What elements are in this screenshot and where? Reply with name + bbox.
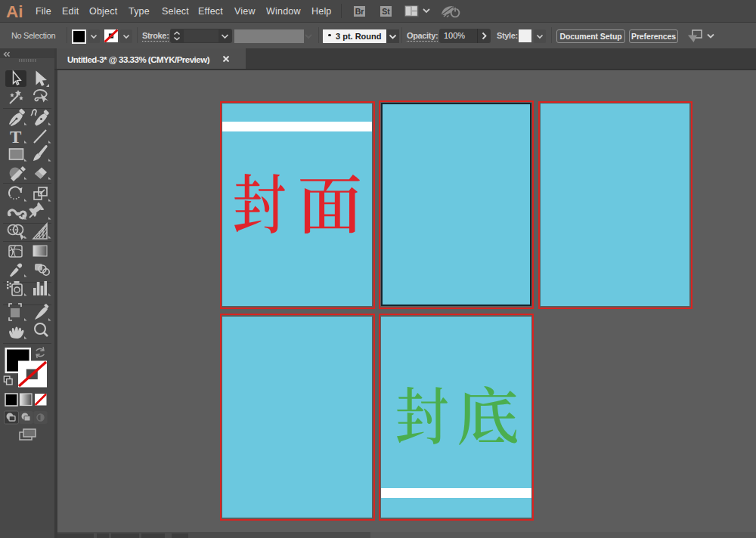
- svg-text:T: T: [10, 128, 21, 147]
